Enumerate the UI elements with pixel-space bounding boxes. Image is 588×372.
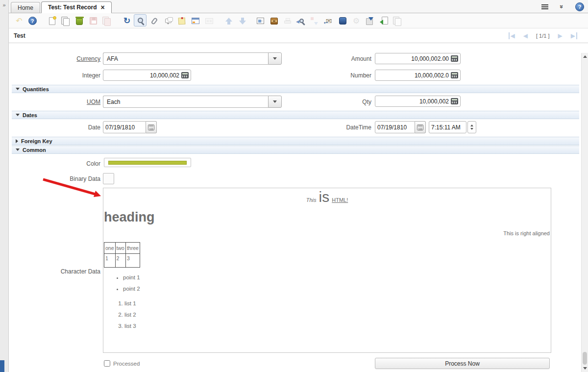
board-view-icon[interactable] — [203, 15, 216, 26]
calculator-icon[interactable] — [181, 72, 189, 78]
spinner-down-icon — [470, 128, 473, 130]
duplicate-icon[interactable] — [59, 15, 72, 26]
uom-dropdown-button[interactable] — [268, 96, 282, 108]
process-now-button[interactable]: Process Now — [375, 358, 550, 369]
currency-input[interactable] — [107, 55, 265, 62]
previous-record-icon[interactable] — [222, 15, 235, 26]
report-icon[interactable] — [391, 15, 404, 26]
table-header-row: one two three — [104, 243, 140, 254]
color-field[interactable] — [104, 158, 191, 167]
datetime-time-input[interactable] — [431, 124, 464, 131]
chevron-down-icon — [273, 100, 277, 103]
pager-first-icon[interactable]: ◀ — [509, 32, 515, 39]
comment-icon[interactable] — [162, 15, 174, 26]
uom-combo — [103, 96, 282, 108]
help-icon[interactable]: ? — [26, 15, 39, 26]
number-field — [375, 70, 461, 81]
integer-label: Integer — [12, 72, 100, 79]
import-icon[interactable] — [364, 15, 376, 26]
section-quantities[interactable]: Quantities — [12, 85, 579, 93]
email-icon[interactable]: ✉↩ — [322, 15, 335, 26]
section-common[interactable]: Common — [12, 146, 579, 154]
table-header-cell: two — [115, 243, 125, 254]
print-icon[interactable] — [281, 15, 294, 26]
reload-icon[interactable]: ↻ — [121, 15, 133, 26]
number-input[interactable] — [377, 72, 449, 79]
delete-icon[interactable] — [73, 15, 86, 26]
sidebar-expand-icon[interactable]: » — [0, 2, 8, 8]
calculator-icon[interactable] — [451, 98, 458, 104]
scroll-down-icon[interactable] — [583, 367, 587, 370]
search-icon[interactable] — [134, 15, 147, 26]
time-spinner[interactable] — [467, 121, 476, 133]
calendar-icon — [148, 124, 154, 130]
integer-input[interactable] — [105, 72, 179, 79]
relate-icon[interactable] — [308, 15, 321, 26]
tab-test-record[interactable]: Test: Test Record × — [41, 1, 112, 13]
expand-triangle-icon — [16, 139, 18, 143]
next-record-icon[interactable] — [236, 15, 249, 26]
qty-input[interactable] — [377, 98, 449, 105]
vertical-scrollbar[interactable] — [581, 53, 588, 372]
number-label: Number — [313, 72, 371, 79]
currency-dropdown-button[interactable] — [268, 52, 282, 65]
integer-field — [103, 70, 191, 81]
datetime-calendar-button[interactable] — [415, 121, 426, 133]
uom-label[interactable]: UOM — [12, 99, 100, 105]
datetime-date-input[interactable] — [377, 124, 413, 131]
archive-icon[interactable] — [268, 15, 280, 26]
amount-field — [375, 53, 461, 64]
save-icon[interactable] — [87, 15, 99, 26]
export-icon[interactable] — [377, 15, 390, 26]
new-record-icon[interactable] — [46, 15, 58, 26]
datetime-label: DateTime — [313, 124, 371, 131]
view-header: Test ◀ ◀ [ 1/1 ] ▶ ▶ — [9, 28, 588, 43]
undo-icon[interactable]: ↶ — [13, 15, 25, 26]
section-quantities-label: Quantities — [23, 86, 49, 92]
menu-icon[interactable] — [541, 6, 548, 7]
list-item: list 1 — [124, 300, 551, 306]
record-pager: ◀ ◀ [ 1/1 ] ▶ ▶ — [509, 28, 577, 43]
pager-next-icon[interactable]: ▶ — [558, 32, 563, 39]
collapse-triangle-icon — [16, 149, 20, 151]
date-calendar-button[interactable] — [146, 121, 157, 133]
html-table: one two three 1 2 3 — [104, 242, 140, 268]
pager-last-icon[interactable]: ▶ — [571, 32, 577, 39]
amount-input[interactable] — [377, 55, 449, 62]
html-link[interactable]: HTML! — [332, 197, 348, 203]
calendar-view-icon[interactable] — [189, 15, 202, 26]
note-icon[interactable] — [175, 15, 188, 26]
view-logs-icon[interactable] — [254, 15, 267, 26]
show-revisions-icon[interactable]: ◀ — [295, 15, 308, 26]
tab-close-icon[interactable]: × — [101, 4, 105, 11]
launch-action-icon[interactable] — [336, 15, 349, 26]
settings-icon[interactable]: ⚙ — [350, 15, 363, 26]
datetime-time-field — [429, 121, 466, 133]
date-input[interactable] — [105, 124, 144, 131]
scroll-up-icon[interactable] — [583, 55, 587, 58]
calculator-icon[interactable] — [451, 72, 458, 78]
tab-home[interactable]: Home — [11, 2, 40, 13]
restore-icon[interactable] — [100, 15, 113, 26]
color-label: Color — [12, 160, 100, 167]
global-help-icon[interactable]: ? — [575, 2, 584, 11]
table-header-cell: three — [125, 243, 140, 254]
pager-previous-icon[interactable]: ◀ — [523, 32, 528, 39]
html-intro-is: is — [319, 189, 330, 205]
scrollbar-thumb[interactable] — [583, 352, 587, 365]
attachment-icon[interactable] — [148, 15, 161, 26]
sidebar-strip: » — [0, 0, 9, 372]
html-bullet-list: point 1 point 2 — [103, 274, 551, 292]
calculator-icon[interactable] — [451, 55, 458, 62]
table-cell: 1 — [104, 254, 116, 268]
collapse-tabs-icon[interactable]: » — [558, 5, 565, 8]
currency-label[interactable]: Currency — [12, 55, 100, 62]
section-dates[interactable]: Dates — [12, 111, 579, 119]
character-data-html-preview[interactable]: ThisisHTML! heading This is right aligne… — [103, 188, 551, 353]
date-label: Date — [12, 124, 100, 131]
section-foreign-key[interactable]: Foreign Key — [12, 137, 579, 145]
form-area: Currency Amount Integer Number Quantitie… — [9, 43, 581, 372]
uom-input[interactable] — [107, 99, 265, 105]
processed-checkbox[interactable] — [104, 360, 110, 367]
table-cell: 2 — [115, 254, 125, 268]
